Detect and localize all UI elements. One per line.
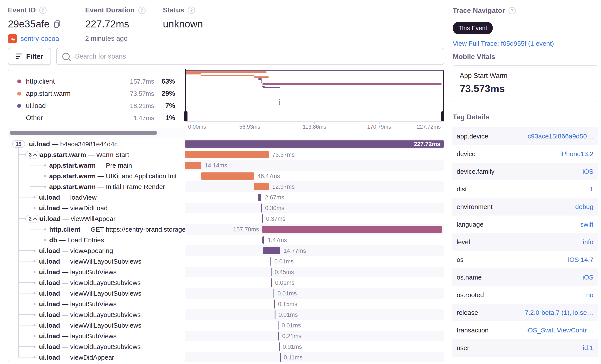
span-tree-row[interactable]: ui.load — viewDidLayoutSubviews [8,309,185,320]
span-bar-row[interactable]: 0.01ms [185,309,444,320]
span-bar-row[interactable]: 14.77ms [185,245,444,256]
span-title: ui.load — layoutSubViews [39,268,117,276]
help-icon[interactable]: ? [39,7,47,14]
horizontal-scrollbar[interactable] [8,128,185,138]
span-tree-row[interactable]: ui.load — viewWillLayoutSubviews [8,288,185,299]
event-duration-label: Event Duration [85,6,135,14]
tag-value-link[interactable]: swift [580,221,593,228]
tag-value-link[interactable]: iOS_Swift.ViewContr… [526,326,593,334]
span-tree-row[interactable]: ui.load — loadView [8,192,185,203]
span-bar-row[interactable]: 0.45ms [185,267,444,277]
span-bar-row[interactable]: 227.72ms [185,139,444,149]
span-bar-row[interactable]: 0.01ms [185,320,444,331]
tree-connector-line [18,325,34,325]
span-duration-tick [279,342,280,351]
tag-value-link[interactable]: debug [575,203,593,210]
span-bar-row[interactable]: 1.47ms [185,235,444,245]
help-icon[interactable]: ? [509,7,516,14]
span-bar-row[interactable]: 0.01ms [185,256,444,267]
filter-button[interactable]: Filter [8,48,51,65]
legend-row[interactable]: http.client157.7ms63% [8,75,185,88]
tag-value-link[interactable]: iPhone13,2 [560,150,593,157]
span-tree-row[interactable]: app.start.warm — UIKit and Application I… [8,171,185,181]
span-title: ui.load — viewDidAppear [39,354,114,361]
span-tree-row[interactable]: ui.load — layoutSubViews [8,299,185,309]
legend-row[interactable]: Other1.47ms1% [8,112,185,124]
status-block: Status ? unknown — [163,6,203,42]
minimap-span [262,83,442,85]
span-count-badge[interactable]: 3 [25,151,40,158]
tag-value-link[interactable]: id:1 [583,344,593,352]
chevron-up-icon [33,153,37,157]
span-bar-row[interactable]: 0.21ms [185,331,444,341]
tag-value-link[interactable]: 1 [590,186,593,193]
legend-op-label: http.client [26,78,119,85]
trace-minimap[interactable]: 0.00ms56.93ms113.86ms170.79ms227.72ms [185,69,444,138]
view-full-trace-link[interactable]: View Full Trace: f05d955f (1 event) [453,40,554,47]
tree-connector-line [18,208,34,208]
tag-value-link[interactable]: iOS 14.7 [568,256,593,263]
span-duration-tick [270,257,271,266]
tag-value-link[interactable]: info [583,238,593,246]
span-count-badge[interactable]: 15 [12,140,25,148]
span-bar-row[interactable]: 0.01ms [185,288,444,299]
span-bar-row[interactable]: 157.70ms [185,224,444,235]
span-tree-row[interactable]: db — Load Entries [8,235,185,245]
span-tree-row[interactable]: 15ui.load — b4ace34981e44d4c [8,139,185,149]
span-search-input[interactable] [74,52,438,60]
span-bar-row[interactable]: 0.37ms [185,213,444,224]
event-duration-value: 227.72ms [85,18,129,30]
span-bar-row[interactable]: 12.97ms [185,181,444,192]
span-tree-row[interactable]: app.start.warm — Initial Frame Render [8,181,185,192]
project-link[interactable]: sentry-cocoa [20,35,59,43]
span-bar-row[interactable]: 0.01ms [185,341,444,352]
tag-value-link[interactable]: iOS [582,168,593,175]
legend-dot-icon [17,104,21,108]
scrollbar-thumb[interactable] [10,131,157,135]
span-tree-row[interactable]: ui.load — viewDidLayoutSubviews [8,341,185,352]
span-search-box[interactable] [56,48,444,65]
help-icon[interactable]: ? [188,7,195,14]
minimap-drag-handle-left[interactable] [184,111,188,121]
span-tree-row[interactable]: ui.load — viewWillLayoutSubviews [8,320,185,331]
span-duration-label: 0.45ms [275,269,294,275]
span-tree-row[interactable]: ui.load — viewAppearing [8,245,185,256]
span-tree-row[interactable]: ui.load — viewDidLoad [8,203,185,213]
span-bar-row[interactable]: 0.11ms [185,352,444,362]
tag-value-link[interactable]: c93ace15f866a9d50… [528,133,593,140]
span-tree-row[interactable]: ui.load — viewWillLayoutSubviews [8,256,185,267]
span-bar-row[interactable]: 0.01ms [185,277,444,288]
span-tree-row[interactable]: http.client — GET https://sentry-brand.s… [8,224,185,235]
span-bar-row[interactable]: 14.14ms [185,160,444,171]
tag-value-link[interactable]: no [586,291,593,299]
span-bar-row[interactable]: 0.30ms [185,203,444,213]
span-tree-row[interactable]: app.start.warm — Pre main [8,160,185,171]
axis-tick [250,122,250,124]
span-tree-row[interactable]: ui.load — viewDidAppear [8,352,185,362]
span-tree-row[interactable]: ui.load — layoutSubViews [8,267,185,277]
tag-key: level [457,238,470,246]
legend-row[interactable]: app.start.warm73.57ms29% [8,88,185,100]
event-duration-block: Event Duration ? 227.72ms 2 minutes ago [85,6,146,42]
tag-value-link[interactable]: iOS [582,274,593,281]
copy-icon[interactable] [54,20,60,28]
legend-row[interactable]: ui.load18.21ms7% [8,100,185,112]
span-bar-row[interactable]: 46.47ms [185,171,444,181]
span-bar-row[interactable]: 73.57ms [185,149,444,160]
span-tree-row[interactable]: 2ui.load — viewWillAppear [8,213,185,224]
tag-key: os.rooted [457,291,484,299]
span-bar-row[interactable]: 2.67ms [185,192,444,203]
span-count-badge[interactable]: 2 [25,215,40,223]
span-duration-label: 0.30ms [265,205,284,211]
search-icon [62,53,70,60]
span-bar-row[interactable]: 0.15ms [185,299,444,309]
help-icon[interactable]: ? [138,7,146,14]
legend-duration: 1.47ms [119,115,154,122]
minimap-drag-handle-right[interactable] [441,111,444,121]
span-title: ui.load — viewWillLayoutSubviews [39,322,141,329]
span-tree-row[interactable]: ui.load — viewDidLayoutSubviews [8,277,185,288]
span-tree-row[interactable]: ui.load — layoutSubViews [8,331,185,341]
span-title: ui.load — loadView [39,194,97,201]
span-tree-row[interactable]: 3app.start.warm — Warm Start [8,149,185,160]
tag-value-link[interactable]: 7.2.0-beta.7 (1), io.se… [525,309,593,316]
